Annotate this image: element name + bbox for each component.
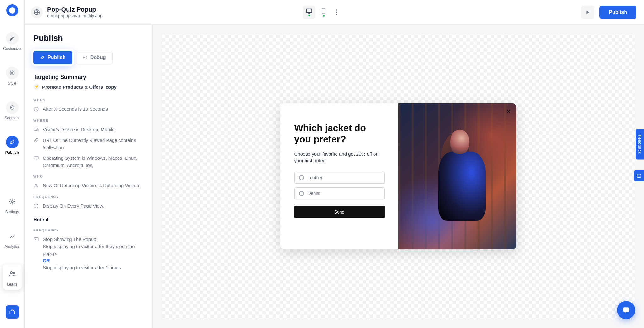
repeat-icon [33,203,40,210]
where-rule-os: Operating System is Windows, Macos, Linu… [43,155,143,169]
more-button[interactable] [332,9,341,15]
frequency-heading: FREQUENCY [33,195,143,199]
popup-title: Which jacket do you prefer? [294,122,385,145]
when-rule: After X Seconds is 10 Seconds [43,106,108,113]
device-desktop-button[interactable] [303,6,315,19]
rocket-icon [6,136,19,148]
device-switcher [303,6,341,19]
promote-text: Promote Products & Offers_copy [42,84,117,90]
app-logo[interactable] [6,4,18,16]
tab-label: Publish [47,55,66,60]
svg-rect-20 [34,238,38,241]
hideif-line2: Stop displaying to visitor after 1 times [43,265,121,270]
hideif-rule: Stop Showing The Popup: Stop displaying … [43,236,143,271]
frequency-rule: Display On Every Page View. [43,203,104,210]
top-bar: Pop-Quiz Popup demopopupsmart.netlify.ap… [25,0,644,25]
canvas-frame: Which jacket do you prefer? Choose your … [162,34,635,319]
rail-item-style[interactable]: Style [6,67,19,86]
svg-point-5 [10,272,12,274]
chat-launcher[interactable] [617,301,635,319]
rail-label: Settings [5,210,19,214]
when-heading: WHEN [33,98,143,102]
svg-rect-10 [322,8,325,14]
promote-row: ⚡ Promote Products & Offers_copy [33,84,143,90]
globe-icon [31,6,43,18]
targeting-summary-heading: Targeting Summary [33,74,143,81]
rail-label: Publish [5,150,19,155]
dots-vertical-icon [336,9,337,15]
mobile-icon [321,8,326,14]
rail-label: Style [8,81,16,86]
rail-item-settings[interactable]: Settings [3,195,22,214]
note-icon [636,173,641,178]
feedback-secondary[interactable] [634,170,644,181]
radio-icon [299,191,304,196]
play-icon [586,10,590,14]
rocket-icon [40,55,45,60]
svg-point-12 [336,12,337,13]
clock-icon [33,106,40,113]
rail-item-customize[interactable]: Customize [3,32,21,51]
rail-item-analytics[interactable]: Analytics [3,230,22,249]
feedback-tab[interactable]: Feedback [636,129,644,159]
chat-icon [622,306,630,314]
preview-button[interactable] [581,6,594,19]
option-label: Leather [308,175,323,180]
tab-label: Debug [90,55,106,60]
who-rule: New Or Returning Visitors is Returning V… [43,182,140,189]
chart-icon [6,230,19,242]
popup-preview: Which jacket do you prefer? Choose your … [280,103,516,249]
svg-point-11 [336,9,337,11]
target-icon [6,101,19,114]
radio-icon [299,175,304,180]
tab-publish[interactable]: Publish [33,51,72,64]
rail-label: Analytics [4,244,19,249]
option-label: Denim [308,191,320,196]
tab-debug[interactable]: Debug [76,51,113,64]
where-rule-url: URL Of The Currently Viewed Page contain… [43,137,143,151]
toolbox-button[interactable] [6,305,19,319]
device-mobile-button[interactable] [317,6,330,19]
rail-label: Customize [3,47,21,51]
users-icon [6,268,19,280]
rail-item-publish[interactable]: Publish [5,136,19,155]
status-dot [323,15,325,17]
svg-point-0 [10,71,14,75]
rail-label: Segment [4,116,19,120]
publish-button[interactable]: Publish [599,6,636,19]
rail-item-segment[interactable]: Segment [4,101,19,120]
left-rail: Customize Style Segment Publish Settings [0,0,25,328]
feedback-label: Feedback [637,135,642,154]
svg-rect-7 [10,311,14,314]
popup-option-denim[interactable]: Denim [294,187,385,199]
rail-item-leads[interactable]: Leads [3,264,22,290]
window-x-icon [33,236,40,271]
bolt-icon: ⚡ [33,84,40,90]
svg-point-14 [85,57,86,58]
rail-label: Leads [7,282,17,286]
who-heading: WHO [33,175,143,178]
link-icon [33,137,40,151]
svg-point-19 [36,184,37,186]
monitor-icon [33,155,40,169]
svg-point-6 [13,272,14,274]
publish-panel: Publish Publish Debug Targeting Summary … [25,25,153,328]
svg-point-3 [11,107,13,108]
device-icon [33,127,40,133]
popup-send-button[interactable]: Send [294,206,385,218]
where-rule-device: Visitor's Device is Desktop, Mobile, [43,126,116,133]
popup-desc: Choose your favorite and get 20% off on … [294,151,385,164]
hideif-line1: Stop displaying to visitor after they cl… [43,244,135,256]
user-icon [33,183,40,189]
gear-icon [83,55,88,60]
svg-point-1 [11,72,13,74]
where-heading: WHERE [33,119,143,122]
svg-point-2 [10,106,14,109]
hideif-or: OR [43,258,50,263]
panel-title: Publish [33,33,143,43]
page-subtitle: demopopupsmart.netlify.app [47,13,103,18]
status-dot [308,15,310,16]
popup-option-leather[interactable]: Leather [294,172,385,184]
svg-rect-18 [34,156,38,159]
popup-close-button[interactable] [505,108,512,115]
